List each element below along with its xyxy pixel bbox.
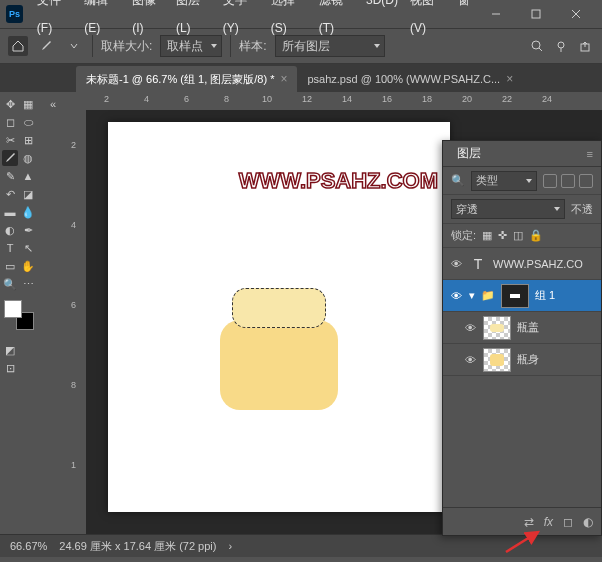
lock-artboard-icon[interactable]: ◫ [513, 229, 523, 242]
lock-position-icon[interactable]: ✜ [498, 229, 507, 242]
lasso-tool[interactable]: ⬭ [20, 114, 36, 130]
layer-mask-icon[interactable]: ◻ [563, 515, 573, 529]
patch-tool[interactable]: ◍ [20, 150, 36, 166]
crop-tool[interactable]: ✂ [2, 132, 18, 148]
maximize-button[interactable] [516, 0, 556, 28]
layer-thumbnail[interactable] [483, 348, 511, 372]
opacity-label: 不透 [571, 202, 593, 217]
eraser-tool[interactable]: ◪ [20, 186, 36, 202]
panel-menu-icon[interactable]: ≡ [587, 148, 593, 160]
layer-filter-row: 🔍 类型 [443, 167, 601, 195]
filter-adjust-icon[interactable] [561, 174, 575, 188]
tab-document-2[interactable]: psahz.psd @ 100% (WWW.PSAHZ.C...× [297, 66, 523, 92]
quickmask-tool[interactable]: ◩ [2, 342, 18, 358]
move-tool[interactable]: ✥ [2, 96, 18, 112]
menu-window[interactable]: 窗 [452, 0, 476, 42]
close-tab-icon[interactable]: × [506, 72, 513, 86]
frame-tool[interactable]: ⊞ [20, 132, 36, 148]
layer-lid[interactable]: 👁 瓶盖 [443, 312, 601, 344]
artboard-tool[interactable]: ▦ [20, 96, 36, 112]
close-button[interactable] [556, 0, 596, 28]
vertical-ruler[interactable]: 24681 [68, 110, 86, 534]
app-logo: Ps [6, 5, 23, 23]
dodge-tool[interactable]: ◐ [2, 222, 18, 238]
type-tool[interactable]: T [2, 240, 18, 256]
path-tool[interactable]: ↖ [20, 240, 36, 256]
filter-text-icon[interactable] [579, 174, 593, 188]
sample-size-select[interactable]: 取样点 [160, 35, 222, 57]
stamp-tool[interactable]: ▲ [20, 168, 36, 184]
screenmode-tool[interactable]: ⊡ [2, 360, 18, 376]
layer-style-icon[interactable]: fx [544, 515, 553, 529]
folder-expand-icon[interactable]: ▾ [469, 289, 475, 302]
shape-tool[interactable]: ▭ [2, 258, 18, 274]
layers-panel: 图层 ≡ 🔍 类型 穿透 不透 锁定: ▦ ✜ ◫ 🔒 👁 T WWW.PSAH… [442, 140, 602, 536]
visibility-icon[interactable]: 👁 [463, 321, 477, 335]
eyedropper-tool[interactable] [2, 150, 18, 166]
filter-type-select[interactable]: 类型 [471, 171, 537, 191]
lock-image-icon[interactable]: ▦ [482, 229, 492, 242]
expand-panels-icon[interactable]: « [45, 96, 61, 112]
layer-group-1[interactable]: 👁 ▾ 📁 组 1 [443, 280, 601, 312]
adjustment-layer-icon[interactable]: ◐ [583, 515, 593, 529]
menu-edit[interactable]: 编辑(E) [78, 0, 126, 42]
blur-tool[interactable]: 💧 [20, 204, 36, 220]
visibility-icon[interactable]: 👁 [449, 289, 463, 303]
share-icon[interactable] [576, 37, 594, 55]
chevron-down-icon[interactable] [64, 36, 84, 56]
search-icon[interactable]: 🔍 [451, 174, 465, 187]
layers-list: 👁 T WWW.PSAHZ.CO 👁 ▾ 📁 组 1 👁 瓶盖 👁 瓶身 [443, 248, 601, 376]
zoom-level[interactable]: 66.67% [10, 540, 47, 552]
color-swatches[interactable] [4, 300, 34, 330]
zoom-tool[interactable]: 🔍 [2, 276, 18, 292]
pen-tool[interactable]: ✒ [20, 222, 36, 238]
layer-name[interactable]: 瓶身 [517, 352, 539, 367]
home-icon[interactable] [8, 36, 28, 56]
gradient-tool[interactable]: ▬ [2, 204, 18, 220]
search-icon[interactable] [528, 37, 546, 55]
mask-thumbnail[interactable] [501, 284, 529, 308]
layer-name[interactable]: 组 1 [535, 288, 555, 303]
ruler-origin[interactable] [68, 92, 86, 110]
visibility-icon[interactable]: 👁 [449, 257, 463, 271]
sample-size-label: 取样大小: [101, 38, 152, 55]
layer-thumbnail[interactable] [483, 316, 511, 340]
document-dimensions[interactable]: 24.69 厘米 x 17.64 厘米 (72 ppi) [59, 539, 216, 554]
edit-toolbar[interactable]: ⋯ [20, 276, 36, 292]
close-tab-icon[interactable]: × [280, 72, 287, 86]
status-chevron-icon[interactable]: › [228, 540, 232, 552]
hand-tool[interactable]: ✋ [20, 258, 36, 274]
blend-mode-select[interactable]: 穿透 [451, 199, 565, 219]
canvas[interactable]: WWW.PSAHZ.COM [108, 122, 450, 512]
pin-icon[interactable] [552, 37, 570, 55]
filter-pixel-icon[interactable] [543, 174, 557, 188]
brush-tool[interactable]: ✎ [2, 168, 18, 184]
watermark-text: WWW.PSAHZ.COM [239, 168, 438, 194]
sample-select[interactable]: 所有图层 [275, 35, 385, 57]
lock-all-icon[interactable]: 🔒 [529, 229, 543, 242]
minimize-button[interactable] [476, 0, 516, 28]
text-layer-icon: T [469, 256, 487, 272]
status-bar: 66.67% 24.69 厘米 x 17.64 厘米 (72 ppi) › [0, 534, 602, 557]
marquee-tool[interactable]: ◻ [2, 114, 18, 130]
tab-document-1[interactable]: 未标题-1 @ 66.7% (组 1, 图层蒙版/8) *× [76, 66, 297, 92]
layers-tab[interactable]: 图层 [451, 141, 487, 166]
eyedropper-tool-icon[interactable] [36, 36, 56, 56]
visibility-icon[interactable]: 👁 [463, 353, 477, 367]
foreground-color[interactable] [4, 300, 22, 318]
layer-name[interactable]: WWW.PSAHZ.CO [493, 258, 583, 270]
layer-body[interactable]: 👁 瓶身 [443, 344, 601, 376]
link-layers-icon[interactable]: ⇄ [524, 515, 534, 529]
jar-body-shape [220, 320, 338, 410]
svg-point-6 [558, 42, 564, 48]
layer-name[interactable]: 瓶盖 [517, 320, 539, 335]
toolbox: ✥▦ ◻⬭ ✂⊞ ◍ ✎▲ ↶◪ ▬💧 ◐✒ T↖ ▭✋ 🔍⋯ ◩ ⊡ [0, 92, 38, 534]
menu-type[interactable]: 文字(Y) [217, 0, 265, 42]
window-controls [476, 0, 596, 28]
history-brush-tool[interactable]: ↶ [2, 186, 18, 202]
menu-view[interactable]: 视图(V) [404, 0, 452, 42]
folder-icon: 📁 [481, 289, 495, 302]
horizontal-ruler[interactable]: 24681012141618202224 [86, 92, 602, 110]
panel-tabs: 图层 ≡ [443, 141, 601, 167]
layer-text[interactable]: 👁 T WWW.PSAHZ.CO [443, 248, 601, 280]
